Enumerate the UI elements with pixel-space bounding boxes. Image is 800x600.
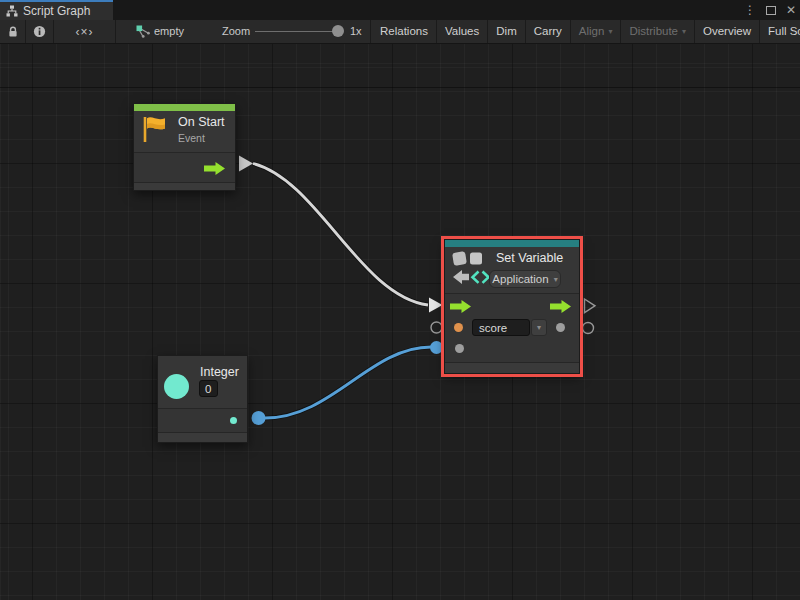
breadcrumb[interactable]: empty: [154, 20, 184, 43]
full-screen-button[interactable]: Full Screen: [760, 20, 800, 43]
variable-scope-dropdown[interactable]: Application ▾: [489, 270, 561, 288]
chevron-down-icon: ▾: [608, 20, 612, 43]
tab-title: Script Graph: [23, 4, 90, 18]
info-button[interactable]: [26, 20, 54, 43]
toolbar-buttons: Relations Values Dim Carry Align ▾ Distr…: [372, 20, 800, 43]
integer-type-icon: [164, 374, 189, 399]
script-graph-window: Script Graph ⋮ ✕ ‹×›: [0, 0, 800, 600]
chevron-down-icon: ▾: [554, 275, 558, 284]
code-preview-button[interactable]: ‹×›: [54, 20, 116, 43]
value-input-port[interactable]: [455, 344, 464, 353]
window-menu-icon[interactable]: ⋮: [744, 0, 756, 20]
control-output-port[interactable]: [204, 162, 225, 175]
zoom-slider-handle[interactable]: [332, 25, 344, 37]
variable-name-field[interactable]: score: [472, 319, 530, 336]
node-on-start[interactable]: On Start Event: [133, 103, 236, 191]
values-button[interactable]: Values: [437, 20, 488, 43]
flag-icon: [141, 115, 168, 143]
zoom-label: Zoom: [222, 20, 250, 43]
integer-output-port[interactable]: [230, 417, 237, 424]
node-port-row: [134, 153, 235, 184]
node-subtitle: Event: [178, 132, 205, 144]
chevron-down-icon: ▾: [537, 323, 541, 332]
distribute-button[interactable]: Distribute ▾: [621, 20, 695, 43]
event-color-bar: [134, 104, 235, 111]
lock-button[interactable]: [0, 20, 26, 43]
node-footer: [134, 182, 235, 190]
value-output-port[interactable]: [556, 323, 565, 332]
graph-hierarchy-icon: [6, 5, 18, 17]
dim-button[interactable]: Dim: [488, 20, 525, 43]
node-title: On Start: [178, 115, 225, 129]
align-button[interactable]: Align ▾: [571, 20, 622, 43]
window-close-icon[interactable]: ✕: [786, 0, 796, 20]
chevron-down-icon: ▾: [682, 20, 686, 43]
control-input-port[interactable]: [450, 300, 471, 313]
lock-icon: [7, 26, 19, 38]
tab-bar: Script Graph ⋮ ✕: [0, 0, 800, 20]
node-port-area: score ▾: [445, 294, 579, 362]
graph-toolbar: ‹×› empty Zoom 1x Relations Values Dim: [0, 20, 800, 44]
zoom-value: 1x: [350, 20, 362, 43]
code-preview-icon: ‹×›: [76, 25, 94, 39]
node-title: Integer: [200, 365, 239, 379]
variable-name-port[interactable]: [454, 323, 463, 332]
set-variable-icon: [452, 249, 490, 289]
graph-canvas[interactable]: [0, 44, 800, 600]
overview-button[interactable]: Overview: [695, 20, 760, 43]
node-set-variable[interactable]: Set Variable Application ▾ score ▾: [444, 239, 580, 374]
variable-name-dropdown[interactable]: ▾: [531, 319, 547, 336]
tab-script-graph[interactable]: Script Graph: [0, 0, 113, 20]
variable-color-bar: [445, 240, 579, 247]
info-icon: [33, 25, 46, 38]
control-output-port[interactable]: [550, 300, 571, 313]
node-footer: [445, 362, 579, 373]
node-footer: [158, 432, 247, 442]
node-port-row: [158, 409, 247, 432]
node-title: Set Variable: [496, 251, 563, 265]
graph-reference-icon: [136, 25, 151, 38]
relations-button[interactable]: Relations: [372, 20, 437, 43]
integer-value-field[interactable]: 0: [199, 380, 218, 397]
node-integer[interactable]: Integer 0: [157, 355, 248, 443]
window-maximize-icon[interactable]: [766, 6, 776, 15]
zoom-slider-track[interactable]: [255, 31, 343, 32]
zoom-group: empty Zoom 1x: [116, 20, 371, 43]
carry-button[interactable]: Carry: [526, 20, 571, 43]
